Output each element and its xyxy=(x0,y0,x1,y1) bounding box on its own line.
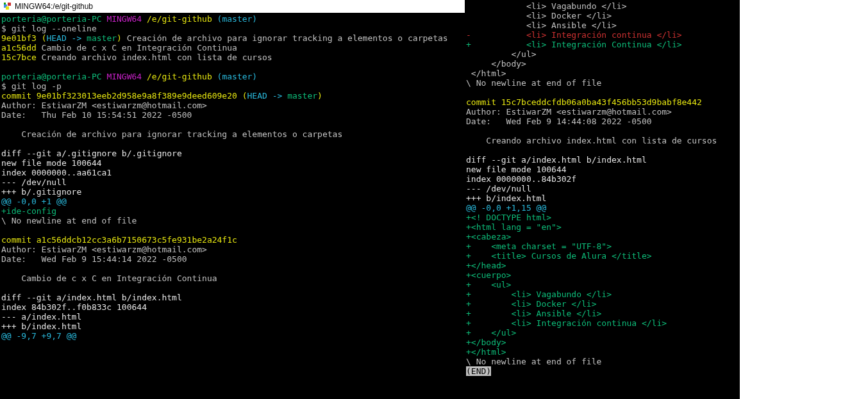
svg-rect-3 xyxy=(4,3,6,4)
diff-nonewline: \ No newline at end of file xyxy=(466,357,601,366)
blank-area xyxy=(740,0,868,399)
diff-context: </html> xyxy=(466,69,506,78)
date-line: Date: Wed Feb 9 15:44:14 2022 -0500 xyxy=(1,254,187,264)
commit-msg: Creación de archivo para ignorar trackin… xyxy=(1,129,342,139)
prompt-branch: (master) xyxy=(217,72,258,81)
cmd-line: $ git log --oneline xyxy=(1,24,97,33)
left-terminal-panel: MINGW64:/e/git-github porteria@porteria-… xyxy=(0,0,465,399)
diff-add: +</html> xyxy=(466,347,506,357)
diff-context: </body> xyxy=(466,59,526,69)
diff-hunk: @@ -0,0 +1 @@ xyxy=(1,197,67,206)
prompt-user: porteria@porteria-PC xyxy=(1,72,102,81)
diff-add: +</body> xyxy=(466,338,506,347)
prompt-sys: MINGW64 xyxy=(106,14,142,24)
diff-plus: +++ b/index.html xyxy=(1,322,81,331)
diff-add: + <li> Ansible </li> xyxy=(466,309,601,318)
diff-context: <li> Ansible </li> xyxy=(466,20,617,30)
diff-header: diff --git a/index.html b/index.html xyxy=(1,293,182,302)
commit-msg: Creación de archivo para ignorar trackin… xyxy=(122,33,448,43)
commit-msg: Cambio de c x C en Integración Continua xyxy=(37,43,237,53)
diff-minus: --- /dev/null xyxy=(1,177,67,187)
diff-hunk: @@ -9,7 +9,7 @@ xyxy=(1,331,76,341)
diff-add: +ide-config xyxy=(1,206,56,216)
svg-rect-2 xyxy=(6,6,9,10)
prompt-path: /e/git-github xyxy=(147,14,212,24)
prompt-path: /e/git-github xyxy=(147,72,212,81)
author-line: Author: EstiwarZM <estiwarzm@hotmail.com… xyxy=(1,245,207,254)
author-line: Author: EstiwarZM <estiwarzm@hotmail.com… xyxy=(1,101,207,110)
right-terminal-panel[interactable]: <li> Vagabundo </li> <li> Docker </li> <… xyxy=(465,0,740,399)
diff-add: + <li> Integración Continua </li> xyxy=(466,40,682,49)
diff-minus: --- /dev/null xyxy=(466,184,531,193)
prompt-branch: (master) xyxy=(217,14,258,24)
commit-line: commit 15c7bceddcfdb06a0ba43f456bb53d9ba… xyxy=(466,97,702,107)
diff-del: - <li> Integración continua </li> xyxy=(466,30,682,40)
commit-msg: Creando archivo index.html con lista de … xyxy=(37,53,272,62)
head-ref: HEAD -> xyxy=(46,33,87,43)
cmd-line: $ git log -p xyxy=(1,81,62,91)
window-title-bar: MINGW64:/e/git-github xyxy=(0,0,465,13)
diff-context: <li> Docker </li> xyxy=(466,11,612,20)
diff-add: +</head> xyxy=(466,261,506,270)
diff-add: + </ul> xyxy=(466,328,516,338)
date-line: Date: Wed Feb 9 14:44:08 2022 -0500 xyxy=(466,117,652,126)
diff-add: +<! DOCTYPE html> xyxy=(466,213,551,222)
diff-nonewline: \ No newline at end of file xyxy=(466,78,601,88)
diff-context: </ul> xyxy=(466,49,537,59)
diff-add: + <li> Docker </li> xyxy=(466,299,597,309)
diff-add: + <li> Integración continua </li> xyxy=(466,318,667,328)
diff-context: <li> Vagabundo </li> xyxy=(466,1,626,11)
commit-line: commit 9e01bf323013eeb2d958e9a8f389e9dee… xyxy=(1,91,247,101)
diff-add: + <li> Vagabundo </li> xyxy=(466,289,612,299)
svg-rect-1 xyxy=(8,3,11,6)
commit-msg: Creando archivo index.html con lista de … xyxy=(466,136,717,145)
diff-nonewline: \ No newline at end of file xyxy=(1,216,137,225)
diff-add: +<cuerpo> xyxy=(466,270,511,280)
diff-index: index 0000000..aa61ca1 xyxy=(1,168,112,177)
diff-plus: +++ b/index.html xyxy=(466,193,546,203)
diff-minus: --- a/index.html xyxy=(1,312,81,322)
prompt-sys: MINGW64 xyxy=(106,72,142,81)
diff-add: +<html lang = "en"> xyxy=(466,222,562,232)
diff-add: + <meta charset = "UTF-8"> xyxy=(466,241,612,251)
diff-header: diff --git a/index.html b/index.html xyxy=(466,155,647,165)
commit-msg: Cambio de c x C en Integración Continua xyxy=(1,273,217,283)
paren-close: ) xyxy=(117,33,122,43)
commit-line: commit a1c56ddcb12cc3a6b7150673c5fe931be… xyxy=(1,235,237,245)
author-line: Author: EstiwarZM <estiwarzm@hotmail.com… xyxy=(466,107,672,117)
diff-add: + <title> Cursos de Alura </title> xyxy=(466,251,652,261)
commit-hash: a1c56dd xyxy=(1,43,37,53)
master-ref: master xyxy=(287,91,317,101)
commit-hash: 9e01bf3 xyxy=(1,33,37,43)
paren-close: ) xyxy=(317,91,322,101)
commit-hash: 15c7bce xyxy=(1,53,37,62)
pager-end-marker: (END) xyxy=(466,366,491,376)
terminal-icon xyxy=(3,2,12,11)
diff-header: diff --git a/.gitignore b/.gitignore xyxy=(1,149,182,158)
window-title: MINGW64:/e/git-github xyxy=(15,2,93,11)
diff-index: index 84b302f..f0b833c 100644 xyxy=(1,302,147,312)
master-ref: master xyxy=(87,33,117,43)
diff-newfile: new file mode 100644 xyxy=(1,158,102,168)
date-line: Date: Thu Feb 10 15:54:51 2022 -0500 xyxy=(1,110,192,120)
diff-add: +<cabeza> xyxy=(466,232,511,241)
head-ref: HEAD -> xyxy=(247,91,288,101)
diff-hunk: @@ -0,0 +1,15 @@ xyxy=(466,203,546,213)
diff-index: index 0000000..84b302f xyxy=(466,174,576,184)
prompt-user: porteria@porteria-PC xyxy=(1,14,102,24)
terminal-left-content[interactable]: porteria@porteria-PC MINGW64 /e/git-gith… xyxy=(0,13,465,399)
diff-add: + <ul> xyxy=(466,280,511,289)
diff-newfile: new file mode 100644 xyxy=(466,165,567,174)
diff-plus: +++ b/.gitignore xyxy=(1,187,81,197)
